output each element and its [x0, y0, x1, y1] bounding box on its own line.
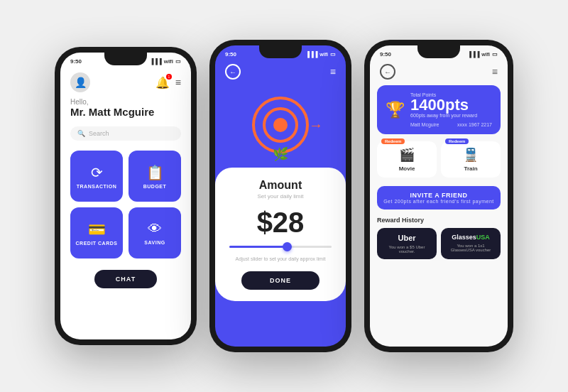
train-icon: 🚆 [463, 147, 479, 163]
slider-note: Adjust slider to set your daily approx l… [236, 256, 326, 261]
header-icons-1: 🔔 1 ≡ [155, 76, 181, 89]
target-center [273, 118, 288, 132]
notification-badge: 1 [166, 74, 172, 80]
greeting-section: Hello, Mr. Matt Mcguire [60, 95, 191, 124]
saving-label: SAVING [144, 240, 165, 245]
slider-fill [229, 246, 285, 248]
credit-cards-btn[interactable]: 💳 CREDIT CARDS [70, 207, 123, 258]
redeem-train[interactable]: Redeem 🚆 Train [441, 141, 501, 178]
saving-icon: 👁 [148, 221, 162, 237]
time-1: 9:50 [70, 58, 82, 65]
transaction-label: TRANSACTION [77, 184, 116, 189]
avatar-1: 👤 [70, 72, 90, 92]
greeting-hello: Hello, [70, 98, 181, 106]
redeem-badge-train: Redeem [445, 138, 469, 144]
phone-1-header: 👤 🔔 1 ≡ [60, 68, 191, 95]
phone-3-screen: 9:50 ▐▐▐ wifi ▭ ← ≡ 🏆 Total Points 1400p… [370, 45, 508, 347]
target-outer [252, 97, 309, 153]
redeem-grid: Redeem 🎬 Movie Redeem 🚆 Train [377, 141, 501, 178]
status-icons-3: ▐▐▐ wifi ▭ [467, 51, 498, 58]
search-icon-1: 🔍 [77, 130, 85, 137]
slider-track [229, 246, 332, 248]
amount-value: $28 [257, 207, 305, 239]
rewards-card: 🏆 Total Points 1400pts 600pts away from … [377, 85, 501, 134]
budget-icon: 📋 [146, 164, 164, 181]
rewards-user-name: Matt Mcguire [410, 122, 439, 127]
menu-icon-2[interactable]: ≡ [330, 66, 336, 77]
redeem-movie[interactable]: Redeem 🎬 Movie [377, 141, 437, 178]
amount-title: Amount [259, 179, 302, 192]
rewards-user-info: Matt Mcguire xxxx 1967 2217 [410, 122, 492, 127]
reward-history-title: Reward History [377, 217, 501, 224]
rewards-info: Total Points 1400pts 600pts away from yo… [410, 92, 492, 127]
trophy-icon: 🏆 [386, 101, 405, 119]
budget-label: BUDGET [143, 184, 167, 189]
battery-icon-1: ▭ [175, 58, 181, 65]
signal-icon-1: ▐▐▐ [150, 58, 162, 65]
battery-icon-3: ▭ [492, 51, 498, 58]
time-2: 9:50 [225, 51, 236, 58]
target-inner [263, 107, 298, 143]
done-button[interactable]: DONE [241, 271, 320, 290]
phone-2-header: ← ≡ [215, 61, 346, 82]
total-points-label: Total Points [410, 92, 492, 97]
phone-3: 9:50 ▐▐▐ wifi ▭ ← ≡ 🏆 Total Points 1400p… [364, 40, 513, 352]
search-placeholder: Search [89, 130, 109, 137]
movie-label: Movie [399, 165, 415, 172]
status-bar-1: 9:50 ▐▐▐ wifi ▭ [60, 53, 191, 68]
wifi-icon-3: wifi [481, 52, 490, 57]
credit-cards-label: CREDIT CARDS [76, 241, 118, 246]
phone-2-screen: 9:50 ▐▐▐ wifi ▭ ← ≡ [215, 45, 346, 347]
wifi-icon-2: wifi [320, 52, 328, 57]
phone-1: 9:50 ▐▐▐ wifi ▭ 👤 🔔 1 ≡ [55, 47, 197, 345]
amount-card: Amount Set your daily limit $28 Adjust s… [215, 168, 346, 301]
invite-label: INVITE A FRIEND [410, 192, 468, 199]
glasses-brand: GlassesUSA [452, 234, 490, 241]
chat-section: CHAT [60, 270, 191, 288]
invite-friend-button[interactable]: INVITE A FRIEND Get 200pts after each fr… [377, 186, 501, 209]
redeem-badge-movie: Redeem [381, 138, 405, 144]
phone-1-screen: 9:50 ▐▐▐ wifi ▭ 👤 🔔 1 ≡ [60, 53, 191, 339]
uber-brand: Uber [398, 234, 415, 242]
bell-icon-1[interactable]: 🔔 1 [155, 76, 170, 89]
status-bar-3: 9:50 ▐▐▐ wifi ▭ [370, 45, 508, 61]
points-value: 1400pts [410, 97, 492, 113]
glasses-desc: You won a 1x1 GlassesUSA voucher [447, 244, 495, 252]
battery-icon-2: ▭ [330, 51, 336, 58]
transaction-icon: ⟳ [91, 164, 103, 181]
invite-subtitle: Get 200pts after each friend's first pay… [383, 199, 494, 204]
target-illustration: → 🌿 [215, 82, 346, 168]
glasses-history-card: GlassesUSA You won a 1x1 GlassesUSA vouc… [441, 228, 501, 259]
menu-icon-3[interactable]: ≡ [492, 66, 498, 77]
back-button-2[interactable]: ← [225, 64, 241, 80]
credit-card-icon: 💳 [88, 221, 106, 238]
status-bar-2: 9:50 ▐▐▐ wifi ▭ [215, 45, 346, 61]
points-subtitle: 600pts away from your reward [410, 113, 492, 118]
uber-history-card: Uber You won a $5 Uber voucher. [377, 228, 437, 259]
reward-history: Reward History Uber You won a $5 Uber vo… [370, 214, 508, 262]
signal-icon-3: ▐▐▐ [467, 51, 479, 58]
budget-btn[interactable]: 📋 BUDGET [129, 151, 181, 202]
status-icons-2: ▐▐▐ wifi ▭ [305, 51, 336, 58]
back-button-3[interactable]: ← [380, 64, 395, 80]
slider-thumb[interactable] [283, 242, 292, 251]
search-bar[interactable]: 🔍 Search [70, 126, 181, 141]
transaction-btn[interactable]: ⟳ TRANSACTION [70, 151, 123, 202]
status-icons-1: ▐▐▐ wifi ▭ [150, 58, 181, 65]
uber-desc: You won a $5 Uber voucher. [383, 245, 431, 254]
menu-icon-1[interactable]: ≡ [175, 77, 181, 88]
movie-icon: 🎬 [399, 147, 415, 163]
redeem-section: Redeem 🎬 Movie Redeem 🚆 Train [370, 137, 508, 182]
history-grid: Uber You won a $5 Uber voucher. GlassesU… [377, 228, 501, 259]
chat-button[interactable]: CHAT [94, 270, 157, 288]
time-3: 9:50 [380, 51, 391, 58]
rewards-card-num: xxxx 1967 2217 [457, 122, 492, 127]
train-label: Train [464, 165, 477, 172]
phone-3-header: ← ≡ [370, 61, 508, 82]
leaves-decoration: 🌿 [273, 146, 288, 162]
amount-subtitle: Set your daily limit [258, 193, 304, 200]
amount-slider[interactable] [229, 246, 332, 248]
saving-btn[interactable]: 👁 SAVING [129, 207, 181, 258]
signal-icon-2: ▐▐▐ [305, 51, 317, 58]
arrow-icon: → [309, 117, 323, 134]
